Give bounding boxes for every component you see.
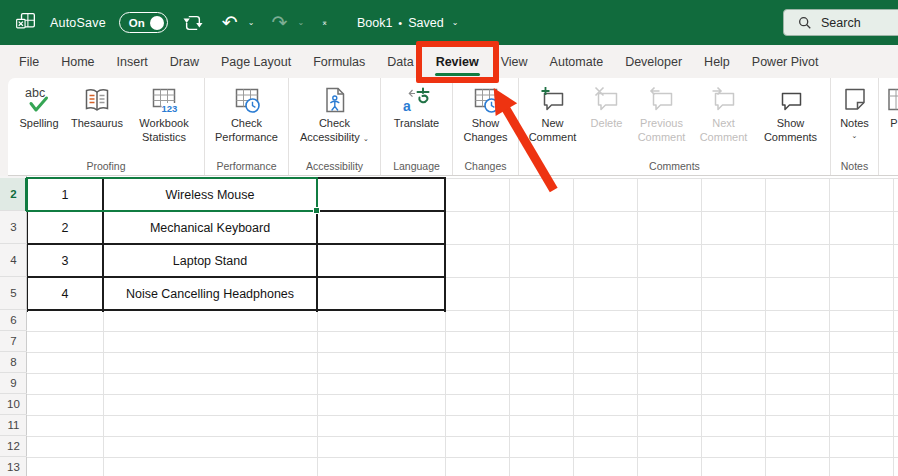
translate-button[interactable]: aTranslate — [386, 85, 448, 131]
tab-review[interactable]: Review — [425, 45, 490, 78]
tab-insert[interactable]: Insert — [106, 45, 159, 78]
button-label-line: Changes — [463, 131, 507, 143]
button-label: Notes⌄ — [840, 117, 869, 140]
spreadsheet-grid[interactable]: 23456789101112131Wireless Mouse2Mechanic… — [0, 176, 898, 476]
button-label-line: Notes — [840, 117, 869, 129]
tab-developer[interactable]: Developer — [614, 45, 693, 78]
title-bar: AutoSave On ↶ ⌄ ↷ ⌄ ⌅ Book1 • Sa — [0, 0, 898, 45]
show-comments-button[interactable]: ShowComments — [754, 85, 828, 144]
spelling-button[interactable]: abcSpelling — [12, 85, 66, 144]
title-dropdown-icon: ⌄ — [452, 18, 459, 27]
previous-comment-button[interactable]: PreviousComment — [630, 85, 694, 144]
cell-C4[interactable] — [319, 244, 443, 277]
row-number: 9 — [10, 377, 16, 389]
workbook-name: Book1 — [357, 16, 392, 30]
quick-access-menu-icon[interactable]: ⌅ — [321, 18, 328, 27]
row-header-10[interactable]: 10 — [0, 394, 27, 415]
accessibility-icon — [320, 85, 350, 115]
button-label-line: Previous — [640, 117, 683, 129]
group-label: Changes — [464, 160, 506, 172]
delete-comment-button[interactable]: Delete — [584, 85, 630, 144]
cell-A3[interactable]: 2 — [29, 211, 101, 244]
next-comment-button[interactable]: NextComment — [694, 85, 754, 144]
button-label-line: Check — [319, 117, 350, 129]
tab-help[interactable]: Help — [693, 45, 741, 78]
row-number: 6 — [10, 314, 16, 326]
tab-data[interactable]: Data — [376, 45, 424, 78]
fill-handle[interactable] — [313, 207, 320, 214]
row-header-7[interactable]: 7 — [0, 331, 27, 352]
tab-draw[interactable]: Draw — [159, 45, 210, 78]
tab-automate[interactable]: Automate — [539, 45, 615, 78]
cell-B4[interactable]: Laptop Stand — [105, 244, 315, 277]
group-label: Accessibility — [306, 160, 363, 172]
button-label-line: Comments — [764, 131, 817, 143]
ribbon-panel: abcSpellingThesaurus123WorkbookStatistic… — [8, 78, 898, 176]
row-header-2[interactable]: 2 — [0, 178, 27, 211]
button-label-line: New — [541, 117, 563, 129]
row-header-4[interactable]: 4 — [0, 244, 27, 277]
tab-label: Insert — [117, 55, 148, 69]
search-input[interactable]: Search — [783, 9, 898, 36]
button-label-line: Spelling — [19, 117, 58, 129]
row-header-3[interactable]: 3 — [0, 211, 27, 244]
ribbon-group-partial: P — [879, 78, 898, 175]
workbook-statistics-button[interactable]: 123WorkbookStatistics — [128, 85, 200, 144]
gridline-vertical — [765, 178, 766, 476]
save-icon[interactable] — [181, 10, 205, 36]
row-header-11[interactable]: 11 — [0, 415, 27, 436]
thesaurus-button[interactable]: Thesaurus — [66, 85, 128, 144]
row-header-5[interactable]: 5 — [0, 277, 27, 310]
comment-x-icon — [592, 85, 622, 115]
cell-B5[interactable]: Noise Cancelling Headphones — [105, 277, 315, 310]
tab-home[interactable]: Home — [50, 45, 105, 78]
tab-formulas[interactable]: Formulas — [302, 45, 376, 78]
redo-dropdown-icon[interactable]: ⌄ — [298, 18, 305, 27]
row-header-12[interactable]: 12 — [0, 436, 27, 457]
tab-file[interactable]: File — [8, 45, 50, 78]
tab-page-layout[interactable]: Page Layout — [210, 45, 302, 78]
button-label: Translate — [394, 117, 439, 131]
new-comment-button[interactable]: NewComment — [522, 85, 584, 144]
redo-button[interactable]: ↷ — [268, 10, 292, 36]
check-accessibility-button[interactable]: CheckAccessibility⌄ — [291, 85, 379, 145]
row-header-9[interactable]: 9 — [0, 373, 27, 394]
cell-C5[interactable] — [319, 277, 443, 310]
tab-power-pivot[interactable]: Power Pivot — [741, 45, 830, 78]
autosave-toggle[interactable]: On — [119, 12, 168, 33]
tab-view[interactable]: View — [490, 45, 539, 78]
row-header-13[interactable]: 13 — [0, 457, 27, 476]
button-label: NewComment — [529, 117, 577, 144]
button-label-line: Show — [777, 117, 805, 129]
row-header-6[interactable]: 6 — [0, 310, 27, 331]
ribbon-tab-row: FileHomeInsertDrawPage LayoutFormulasDat… — [0, 45, 898, 78]
cell-A5[interactable]: 4 — [29, 277, 101, 310]
row-header-8[interactable]: 8 — [0, 352, 27, 373]
notes-button[interactable]: Notes⌄ — [835, 85, 875, 140]
gridline-horizontal — [27, 373, 898, 374]
protect-partial-button[interactable]: P — [879, 85, 898, 131]
tab-label: Automate — [550, 55, 604, 69]
gridline-vertical — [573, 178, 574, 476]
cell-value: 2 — [62, 221, 69, 235]
tab-label: Developer — [625, 55, 682, 69]
tab-label: View — [501, 55, 528, 69]
undo-dropdown-icon[interactable]: ⌄ — [248, 18, 255, 27]
show-changes-button[interactable]: ShowChanges — [457, 85, 515, 144]
comment-prev-icon — [647, 85, 677, 115]
undo-button[interactable]: ↶ — [218, 10, 242, 36]
button-label: CheckAccessibility⌄ — [300, 117, 369, 145]
button-label: Thesaurus — [71, 117, 123, 131]
workbook-title[interactable]: Book1 • Saved ⌄ — [357, 16, 458, 30]
cell-A4[interactable]: 3 — [29, 244, 101, 277]
cell-C3[interactable] — [319, 211, 443, 244]
cell-value: Mechanical Keyboard — [150, 221, 270, 235]
button-label: Delete — [591, 117, 623, 131]
tab-label: Power Pivot — [752, 55, 819, 69]
cell-B3[interactable]: Mechanical Keyboard — [105, 211, 315, 244]
group-label: Performance — [216, 160, 276, 172]
cell-value: 4 — [62, 287, 69, 301]
check-performance-button[interactable]: CheckPerformance — [208, 85, 286, 144]
sheet-clock-icon — [471, 85, 501, 115]
cell-C2[interactable] — [319, 178, 443, 211]
